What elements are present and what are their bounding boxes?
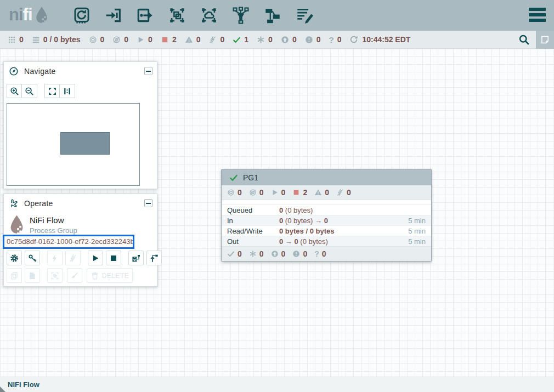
- disabled-icon: [336, 189, 344, 196]
- process-group-pg1[interactable]: PG1 0 0 0 2 0 0 Queued 0 (0 bytes) In 0 …: [221, 169, 432, 262]
- delete-button[interactable]: DELETE: [87, 268, 133, 283]
- top-toolbar: nifi: [0, 0, 554, 31]
- create-template-button[interactable]: [128, 251, 144, 265]
- locally-modified-count: 0: [249, 249, 264, 258]
- access-policies-button[interactable]: [25, 251, 40, 265]
- template-icon[interactable]: [263, 6, 282, 25]
- brush-icon: [70, 271, 79, 280]
- output-port-icon[interactable]: [136, 6, 155, 25]
- start-button[interactable]: [88, 251, 103, 265]
- stopped-count: 2: [161, 35, 177, 44]
- collapse-navigate-button[interactable]: [144, 67, 152, 75]
- group-icon: [50, 271, 59, 280]
- zoom-out-icon: [25, 87, 34, 96]
- navigate-panel: Navigate: [3, 61, 157, 189]
- sync-failure-icon: ?: [314, 250, 319, 258]
- remote-process-group-icon[interactable]: [200, 6, 218, 25]
- zoom-out-button[interactable]: [22, 84, 37, 98]
- upload-template-button[interactable]: [146, 251, 162, 265]
- enable-button[interactable]: [47, 251, 63, 265]
- up-to-date-count: 0: [227, 249, 242, 258]
- group-button[interactable]: [47, 268, 63, 283]
- refresh-time: 10:44:52 EDT: [349, 35, 410, 44]
- delete-button-label: DELETE: [102, 272, 129, 280]
- zoom-in-button[interactable]: [7, 84, 22, 98]
- running-count: 0: [137, 35, 152, 44]
- stop-button[interactable]: [106, 251, 121, 265]
- paste-button[interactable]: [25, 268, 40, 283]
- copy-button[interactable]: [7, 268, 22, 283]
- process-group-drop-icon: [9, 214, 25, 235]
- locally-modified-icon: [257, 36, 265, 44]
- funnel-icon[interactable]: [231, 6, 250, 25]
- stat-row-queued: Queued 0 (0 bytes): [222, 204, 431, 215]
- invalid-icon: [185, 36, 193, 44]
- nifi-droplet-icon: [35, 6, 49, 24]
- active-threads-count: 0: [8, 35, 24, 44]
- collapse-operate-button[interactable]: [144, 199, 152, 207]
- locally-modified-stale-count: 0: [305, 35, 321, 44]
- operate-panel-title: Operate: [24, 199, 53, 208]
- breadcrumb-root[interactable]: NiFi Flow: [8, 380, 39, 389]
- invalid-count: 0: [314, 188, 329, 197]
- stopped-icon: [292, 189, 300, 196]
- process-group-status-row: 0 0 0 2 0 0: [222, 185, 431, 200]
- trash-icon: [91, 271, 99, 280]
- up-to-date-icon: [233, 36, 241, 44]
- flow-id-field[interactable]: 0c75d8df-0162-1000-ef72-2ecd332243b6: [3, 235, 134, 249]
- locally-modified-count: 0: [257, 35, 273, 44]
- selected-flow-type: Process Group: [30, 226, 77, 235]
- breadcrumb-resize-grip[interactable]: [0, 387, 5, 392]
- stop-icon: [109, 254, 118, 263]
- running-icon: [271, 189, 279, 196]
- change-color-button[interactable]: [67, 268, 82, 283]
- new-canvas-note-button[interactable]: [536, 31, 554, 49]
- process-group-name: PG1: [243, 173, 258, 182]
- running-count: 0: [271, 188, 286, 197]
- running-icon: [137, 36, 145, 44]
- fit-icon: [48, 87, 57, 96]
- invalid-count: 0: [185, 35, 201, 44]
- processor-icon[interactable]: [72, 6, 91, 25]
- navigate-panel-title: Navigate: [24, 67, 56, 76]
- active-threads-icon: [8, 36, 16, 44]
- stale-icon: [271, 250, 279, 258]
- disabled-count: 0: [208, 35, 224, 44]
- zoom-in-icon: [10, 87, 19, 96]
- one-to-one-icon: [63, 87, 72, 96]
- not-transmitting-count: 0: [112, 35, 128, 44]
- sync-failure-icon: ?: [329, 36, 333, 44]
- paste-icon: [28, 271, 37, 280]
- lightning-slash-icon: [69, 254, 77, 263]
- stale-count: 0: [271, 249, 286, 258]
- zoom-actual-size-button[interactable]: [60, 84, 75, 98]
- queued-icon: [32, 36, 40, 44]
- breadcrumb-bar: NiFi Flow: [0, 377, 554, 392]
- gear-icon: [10, 254, 19, 263]
- sync-failure-count: ?0: [329, 35, 341, 44]
- process-group-header: PG1: [222, 169, 431, 185]
- birdseye-minimap[interactable]: [7, 103, 140, 186]
- disable-button[interactable]: [65, 251, 81, 265]
- zoom-fit-button[interactable]: [44, 84, 60, 98]
- upload-template-icon: [150, 254, 159, 263]
- stat-row-out: Out 0 → 0 (0 bytes) 5 min: [222, 236, 431, 246]
- label-icon[interactable]: [295, 6, 314, 25]
- disabled-icon: [208, 36, 217, 44]
- search-icon[interactable]: [518, 34, 530, 46]
- up-to-date-icon: [229, 173, 238, 182]
- input-port-icon[interactable]: [104, 6, 123, 25]
- queued-count: 0 / 0 bytes: [32, 35, 81, 44]
- hamburger-menu-icon[interactable]: [529, 8, 546, 24]
- logo-text-fi: fi: [23, 5, 32, 25]
- refresh-icon[interactable]: [349, 35, 358, 44]
- nifi-logo: nifi: [9, 5, 49, 25]
- transmitting-icon: [227, 189, 235, 196]
- process-group-icon[interactable]: [168, 6, 186, 25]
- flow-status-bar: 0 0 / 0 bytes 0 0 0 2 0 0 1 0 0 0 ?0 10:…: [0, 31, 554, 49]
- play-icon: [91, 254, 100, 263]
- disabled-count: 0: [336, 188, 351, 197]
- invalid-icon: [314, 189, 322, 196]
- transmitting-icon: [89, 36, 97, 44]
- configuration-button[interactable]: [7, 251, 22, 265]
